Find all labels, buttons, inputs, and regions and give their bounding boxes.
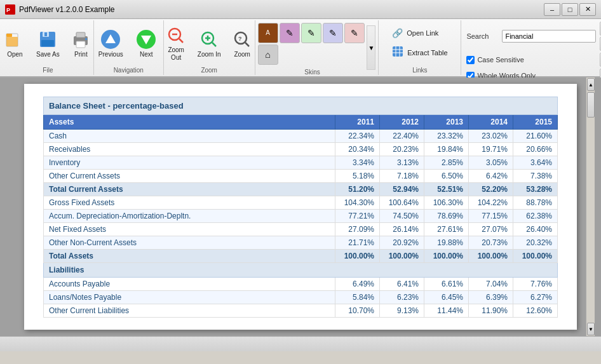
scroll-thumb[interactable] <box>587 92 595 118</box>
save-icon <box>37 29 58 50</box>
svg-rect-10 <box>76 32 85 37</box>
open-link-icon: 🔗 <box>392 28 403 38</box>
save-as-button[interactable]: Save As <box>32 25 63 63</box>
open-link-button[interactable]: 🔗 Open Link <box>388 25 452 41</box>
svg-rect-12 <box>85 38 87 40</box>
svg-rect-27 <box>393 46 403 57</box>
extract-table-icon <box>392 46 403 59</box>
table-row: Net Fixed Assets27.09%26.14%27.61%27.07%… <box>44 223 558 236</box>
open-label: Open <box>7 51 22 58</box>
extract-table-button[interactable]: Extract Table <box>388 43 452 62</box>
zoom-group-content: Zoom Out Zoom In <box>161 22 257 65</box>
table-row: Cash22.34%22.40%23.32%23.02%21.60% <box>44 130 558 143</box>
print-label: Print <box>74 51 88 58</box>
zoom-label: Zoom <box>234 51 250 58</box>
svg-line-26 <box>245 43 249 46</box>
restore-button[interactable]: □ <box>562 3 578 16</box>
open-icon <box>4 29 25 50</box>
next-label: Next <box>140 51 153 58</box>
find-content: Search ▲ ▼ Case Sensitive Aa <box>466 22 601 83</box>
table-title-row: Balance Sheet - percentage-based <box>44 97 558 115</box>
col-header-2015: 2015 <box>513 115 558 130</box>
close-button[interactable]: ✕ <box>579 3 596 16</box>
table-row: Other Current Assets5.18%7.18%6.50%6.42%… <box>44 170 558 183</box>
svg-rect-3 <box>6 34 12 37</box>
previous-icon <box>100 29 121 50</box>
links-group-label: Links <box>412 65 427 74</box>
table-row: Other Non-Current Assets21.71%20.92%19.8… <box>44 236 558 250</box>
ribbon-group-navigation: Previous Next Navigation <box>94 20 164 75</box>
skins-dropdown-arrow[interactable]: ▼ <box>367 25 375 70</box>
minimize-button[interactable]: – <box>544 3 560 16</box>
title-bar: P PdfViewer v1.2.0.0 Example – □ ✕ <box>0 0 601 19</box>
next-button[interactable]: Next <box>130 25 163 63</box>
table-row: Other Current Liabilities10.70%9.13%11.4… <box>44 304 558 318</box>
ribbon-group-find: Search ▲ ▼ Case Sensitive Aa <box>461 20 598 75</box>
table-row: Liabilities <box>44 263 558 278</box>
status-bar <box>0 336 601 351</box>
scroll-up-button[interactable]: ▲ <box>587 78 595 91</box>
scroll-down-button[interactable]: ▼ <box>587 323 595 335</box>
navigation-group-label: Navigation <box>114 65 144 74</box>
document-page: Balance Sheet - percentage-based Assets … <box>24 84 577 330</box>
skin-icon-2[interactable]: ✎ <box>280 23 300 43</box>
save-as-label: Save As <box>36 51 60 58</box>
vertical-scrollbar[interactable]: ▲ ▼ <box>586 78 595 336</box>
ribbon: Open Save As <box>0 19 601 78</box>
svg-text:P: P <box>6 7 10 13</box>
print-icon <box>71 29 91 50</box>
svg-line-19 <box>179 39 183 43</box>
table-row: Accum. Depreciation-Amortization-Depltn.… <box>44 210 558 223</box>
ribbon-group-file: Open Save As <box>3 20 94 75</box>
nav-group-content: Previous Next <box>94 22 163 65</box>
skin-icon-3[interactable]: ✎ <box>301 23 321 43</box>
window-controls: – □ ✕ <box>544 3 596 16</box>
table-row: Accounts Payable6.49%6.41%6.61%7.04%7.76… <box>44 278 558 291</box>
zoom-out-icon <box>166 26 186 45</box>
table-title: Balance Sheet - percentage-based <box>44 97 558 115</box>
case-sensitive-label: Case Sensitive <box>477 56 523 64</box>
zoom-button[interactable]: ? Zoom <box>227 25 257 63</box>
col-header-2013: 2013 <box>424 115 469 130</box>
svg-line-23 <box>212 43 216 46</box>
table-row: Total Current Assets51.20%52.94%52.51%52… <box>44 183 558 196</box>
svg-rect-4 <box>6 37 18 46</box>
svg-rect-7 <box>41 40 54 46</box>
zoom-icon: ? <box>232 29 252 50</box>
ribbon-group-skins: A ✎ ✎ ✎ ✎ ⌂ Skins ▼ <box>255 20 379 75</box>
zoom-in-label: Zoom In <box>198 51 221 58</box>
links-content: 🔗 Open Link Extract Table <box>388 22 452 65</box>
file-group-label: File <box>43 65 53 74</box>
table-row: Total Assets100.00%100.00%100.00%100.00%… <box>44 250 558 263</box>
col-header-2012: 2012 <box>380 115 424 130</box>
open-button[interactable]: Open <box>0 25 30 63</box>
col-header-2014: 2014 <box>469 115 513 130</box>
search-row: Search ▲ ▼ <box>466 22 601 51</box>
file-group-content: Open Save As <box>0 22 96 65</box>
table-row: Receivables20.34%20.23%19.84%19.71%20.66… <box>44 143 558 156</box>
skins-group-label: Skins <box>258 67 367 76</box>
zoom-out-button[interactable]: Zoom Out <box>161 25 191 63</box>
zoom-in-button[interactable]: Zoom In <box>194 25 224 63</box>
previous-button[interactable]: Previous <box>94 25 127 63</box>
skin-icon-1[interactable]: A <box>258 23 278 43</box>
app-icon: P <box>5 4 15 15</box>
case-sensitive-row: Case Sensitive Aa <box>466 53 601 67</box>
skin-icon-5[interactable]: ✎ <box>344 23 365 43</box>
previous-label: Previous <box>98 51 123 58</box>
case-sensitive-checkbox[interactable] <box>466 56 475 64</box>
skin-icon-4[interactable]: ✎ <box>323 23 343 43</box>
balance-sheet-table: Balance Sheet - percentage-based Assets … <box>43 97 558 318</box>
next-icon <box>136 29 156 50</box>
skin-icon-6[interactable]: ⌂ <box>258 44 278 65</box>
column-header-row: Assets 2011 2012 2013 2014 2015 <box>44 115 558 130</box>
print-button[interactable]: Print <box>65 25 96 63</box>
ribbon-body: Open Save As <box>0 19 601 76</box>
extract-table-label: Extract Table <box>407 49 447 57</box>
search-input[interactable] <box>502 30 596 43</box>
table-row: Gross Fixed Assets104.30%100.64%106.30%1… <box>44 196 558 210</box>
ribbon-group-zoom: Zoom Out Zoom In <box>164 20 255 75</box>
svg-rect-8 <box>44 32 47 36</box>
open-link-label: Open Link <box>407 29 438 37</box>
table-row: Inventory3.34%3.13%2.85%3.05%3.64% <box>44 156 558 170</box>
